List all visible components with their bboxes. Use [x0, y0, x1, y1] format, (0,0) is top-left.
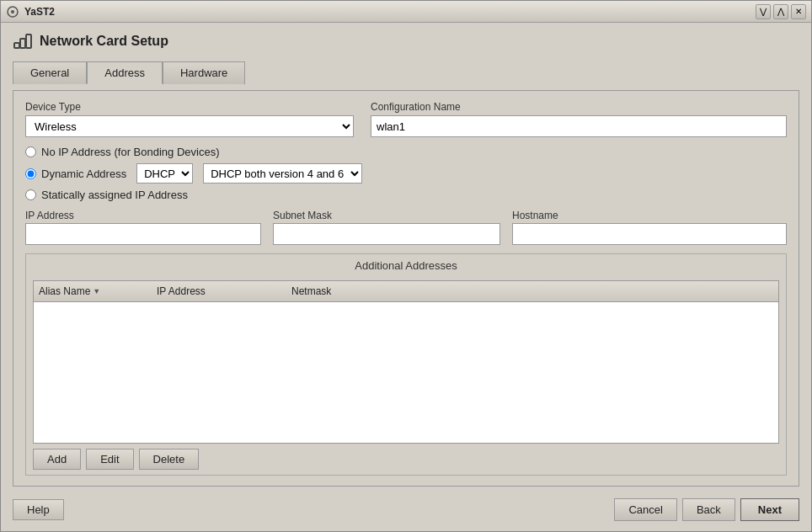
- additional-addresses-table: Alias Name ▼ IP Address Netmask: [33, 280, 779, 444]
- subnet-mask-label: Subnet Mask: [273, 210, 500, 221]
- subnet-mask-input[interactable]: [273, 223, 500, 245]
- device-type-group: Device Type Wireless: [25, 101, 354, 137]
- sort-arrow-icon: ▼: [93, 287, 100, 295]
- back-button[interactable]: Back: [682, 498, 735, 521]
- no-ip-radio[interactable]: [25, 146, 36, 157]
- close-button[interactable]: ✕: [791, 4, 806, 19]
- svg-point-1: [11, 10, 14, 13]
- ip-address-field: IP Address: [25, 210, 261, 245]
- static-radio[interactable]: [25, 189, 36, 200]
- alias-name-column-header[interactable]: Alias Name ▼: [39, 284, 157, 299]
- ip-address-column-header[interactable]: IP Address: [157, 284, 291, 299]
- table-header: Alias Name ▼ IP Address Netmask: [34, 281, 778, 302]
- config-name-label: Configuration Name: [371, 101, 787, 113]
- minimize-button[interactable]: ⋁: [756, 4, 771, 19]
- main-window: YaST2 ⋁ ⋀ ✕ Network Card Setup General: [0, 0, 812, 532]
- config-name-group: Configuration Name: [371, 101, 787, 137]
- no-ip-label: No IP Address (for Bonding Devices): [41, 146, 219, 158]
- dhcp-version-select[interactable]: DHCP both version 4 and 6: [203, 163, 362, 184]
- tab-hardware[interactable]: Hardware: [163, 61, 245, 84]
- dynamic-address-row: Dynamic Address DHCP DHCP both version 4…: [25, 163, 787, 184]
- ip-address-row: IP Address Subnet Mask Hostname: [25, 210, 787, 245]
- svg-rect-3: [20, 39, 25, 48]
- app-icon: [6, 5, 19, 19]
- hostname-field: Hostname: [512, 210, 787, 245]
- edit-button[interactable]: Edit: [86, 449, 133, 470]
- table-body: [34, 302, 778, 443]
- network-icon: [13, 31, 33, 51]
- static-label: Statically assigned IP Address: [41, 189, 188, 201]
- ip-address-input[interactable]: [25, 223, 261, 245]
- bottom-bar: Help Cancel Back Next: [13, 493, 799, 523]
- netmask-column-header[interactable]: Netmask: [291, 284, 773, 299]
- table-action-buttons: Add Edit Delete: [33, 449, 779, 470]
- device-type-label: Device Type: [25, 101, 354, 113]
- window-controls: ⋁ ⋀ ✕: [756, 4, 806, 19]
- delete-button[interactable]: Delete: [139, 449, 200, 470]
- svg-rect-4: [26, 35, 31, 48]
- maximize-button[interactable]: ⋀: [773, 4, 788, 19]
- subnet-mask-field: Subnet Mask: [273, 210, 500, 245]
- dynamic-label: Dynamic Address: [41, 168, 126, 180]
- add-button[interactable]: Add: [33, 449, 81, 470]
- device-type-select[interactable]: Wireless: [25, 115, 354, 137]
- svg-rect-2: [14, 43, 19, 48]
- navigation-buttons: Cancel Back Next: [614, 498, 799, 521]
- next-button[interactable]: Next: [740, 498, 799, 521]
- no-ip-row: No IP Address (for Bonding Devices): [25, 146, 787, 158]
- tab-general[interactable]: General: [13, 61, 87, 84]
- hostname-input[interactable]: [512, 223, 787, 245]
- address-type-radio-group: No IP Address (for Bonding Devices) Dyna…: [25, 146, 787, 201]
- hostname-label: Hostname: [512, 210, 787, 221]
- page-header: Network Card Setup: [13, 31, 799, 51]
- config-name-input[interactable]: [371, 115, 787, 137]
- cancel-button[interactable]: Cancel: [614, 498, 676, 521]
- page-title: Network Card Setup: [40, 34, 168, 49]
- window-title: YaST2: [24, 6, 756, 18]
- dynamic-radio[interactable]: [25, 168, 36, 179]
- tab-address[interactable]: Address: [87, 61, 163, 84]
- main-panel: Device Type Wireless Configuration Name …: [13, 90, 799, 487]
- ip-address-label: IP Address: [25, 210, 261, 221]
- additional-addresses-title: Additional Addresses: [33, 259, 779, 272]
- static-ip-row: Statically assigned IP Address: [25, 189, 787, 201]
- dhcp-select[interactable]: DHCP: [136, 163, 193, 184]
- device-config-row: Device Type Wireless Configuration Name: [25, 101, 787, 137]
- help-button[interactable]: Help: [13, 499, 64, 520]
- tabs: General Address Hardware: [13, 61, 799, 84]
- title-bar: YaST2 ⋁ ⋀ ✕: [1, 1, 811, 23]
- window-content: Network Card Setup General Address Hardw…: [1, 23, 811, 531]
- additional-addresses-section: Additional Addresses Alias Name ▼ IP Add…: [25, 253, 787, 476]
